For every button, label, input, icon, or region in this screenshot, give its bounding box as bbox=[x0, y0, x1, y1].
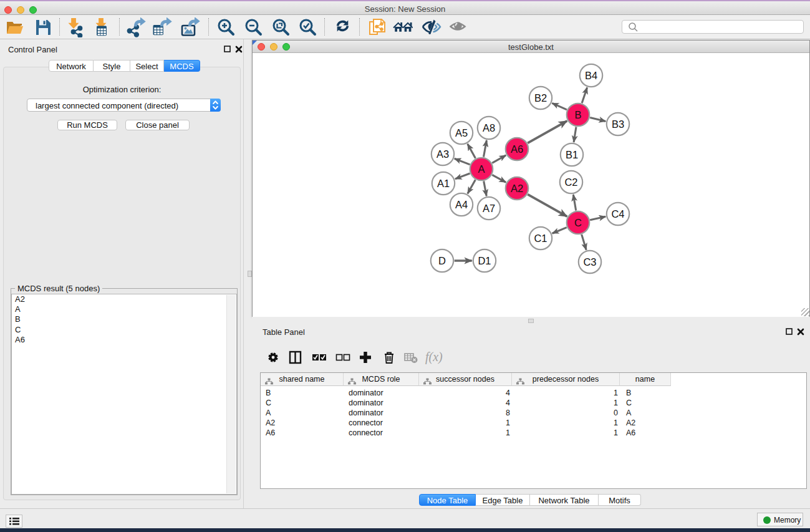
svg-text:C: C bbox=[574, 217, 582, 228]
svg-text:D1: D1 bbox=[478, 255, 491, 266]
svg-text:B3: B3 bbox=[612, 118, 624, 130]
svg-text:A8: A8 bbox=[483, 122, 495, 133]
svg-text:C3: C3 bbox=[583, 256, 596, 268]
svg-text:A6: A6 bbox=[511, 143, 523, 155]
svg-text:C1: C1 bbox=[534, 233, 547, 244]
svg-text:D: D bbox=[438, 255, 446, 266]
svg-text:A2: A2 bbox=[511, 183, 523, 194]
svg-text:B: B bbox=[574, 109, 581, 120]
svg-text:C4: C4 bbox=[611, 208, 624, 220]
svg-text:B4: B4 bbox=[585, 70, 597, 81]
svg-text:A7: A7 bbox=[483, 203, 495, 214]
svg-text:A5: A5 bbox=[455, 127, 468, 138]
svg-text:A4: A4 bbox=[455, 199, 468, 210]
svg-text:A: A bbox=[478, 163, 485, 175]
svg-text:B1: B1 bbox=[566, 149, 578, 160]
svg-text:C2: C2 bbox=[564, 177, 577, 188]
svg-text:A3: A3 bbox=[436, 148, 449, 160]
svg-text:B2: B2 bbox=[534, 92, 547, 104]
svg-text:A1: A1 bbox=[437, 178, 450, 189]
